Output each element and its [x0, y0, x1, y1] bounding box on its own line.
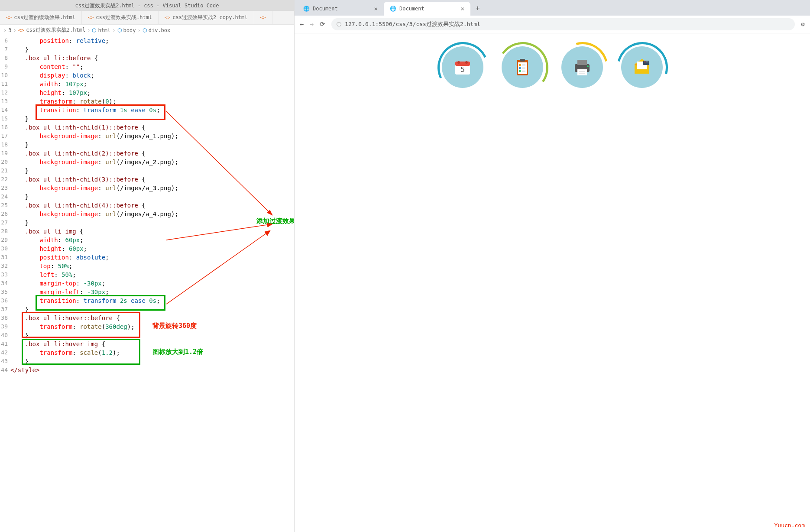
svg-point-8	[457, 61, 460, 64]
svg-rect-21	[577, 60, 587, 65]
breadcrumb-item[interactable]: html	[98, 27, 110, 33]
tag-icon: ⬡	[143, 27, 147, 33]
new-tab-button[interactable]: +	[470, 0, 485, 16]
annotation-arrow	[166, 230, 279, 308]
reload-button[interactable]: ⟳	[320, 20, 325, 28]
annotation-text: 背景旋转360度	[152, 321, 197, 330]
svg-point-30	[645, 62, 646, 63]
annotation-box-green	[36, 295, 165, 311]
browser-tab[interactable]: 🌐Document×	[384, 2, 470, 16]
svg-rect-13	[520, 59, 525, 62]
vscode-panel: 终端(T) 帮助(H) css过渡效果实战2.html - css - Visu…	[0, 0, 295, 532]
browser-panel: 🌐Document× 🌐Document× + ← → ⟳ ⓘ 127.0.0.…	[295, 0, 810, 532]
editor-tab[interactable]: <>css过渡效果实战.html	[82, 11, 159, 24]
breadcrumb-item[interactable]: body	[123, 27, 136, 33]
globe-icon: 🌐	[390, 6, 396, 12]
svg-rect-14	[519, 64, 521, 66]
tag-icon: ⬡	[92, 27, 96, 33]
watermark: Yuucn.com	[774, 522, 805, 529]
svg-text:5: 5	[460, 65, 465, 74]
url-text: 127.0.0.1:5500/css/3/css过渡效果实战2.html	[345, 20, 480, 28]
tag-icon: ⬡	[117, 27, 122, 33]
title-bar: css过渡效果实战2.html - css - Visual Studio Co…	[0, 2, 294, 11]
breadcrumb: ›3 ›<>css过渡效果实战2.html ›⬡html ›⬡body ›⬡di…	[0, 25, 294, 36]
browser-toolbar: ← → ⟳ ⓘ 127.0.0.1:5500/css/3/css过渡效果实战2.…	[295, 16, 810, 33]
annotation-box-green	[22, 339, 140, 365]
html-icon: <>	[260, 15, 266, 20]
browser-tabs: 🌐Document× 🌐Document× +	[295, 0, 810, 16]
svg-line-4	[166, 230, 270, 304]
svg-rect-7	[455, 62, 470, 66]
svg-marker-5	[265, 230, 270, 236]
globe-icon: 🌐	[303, 6, 310, 12]
svg-rect-31	[646, 62, 648, 62]
forward-button[interactable]: →	[310, 20, 314, 28]
annotation-text: 图标放大到1.2倍	[152, 347, 203, 356]
mail-circle[interactable]	[621, 46, 663, 88]
translate-icon[interactable]: ⚙	[801, 20, 805, 28]
editor-tab-more[interactable]: <>	[254, 11, 272, 24]
close-icon[interactable]: ×	[374, 5, 378, 12]
svg-rect-20	[575, 64, 590, 72]
svg-point-23	[587, 65, 589, 67]
printer-circle[interactable]	[561, 46, 603, 88]
editor-tab[interactable]: <>css过渡效果实战2 copy.html	[159, 11, 254, 24]
line-numbers: 6 7 8 9 10 11 12 13 14 15 16 17 18 19 20…	[0, 36, 10, 532]
info-icon: ⓘ	[337, 21, 341, 28]
icon-row: 5	[303, 46, 801, 88]
close-icon[interactable]: ×	[461, 5, 464, 12]
svg-rect-29	[643, 61, 649, 65]
editor-tab[interactable]: <>css过渡的缓动效果.html	[0, 11, 82, 24]
html-icon: <>	[88, 15, 94, 20]
svg-rect-11	[517, 60, 528, 75]
svg-rect-16	[519, 70, 521, 72]
browser-tab[interactable]: 🌐Document×	[297, 2, 384, 16]
svg-rect-28	[637, 62, 647, 69]
breadcrumb-item[interactable]: div.box	[149, 27, 171, 33]
svg-point-9	[465, 61, 468, 64]
url-bar[interactable]: ⓘ 127.0.0.1:5500/css/3/css过渡效果实战2.html	[331, 18, 795, 30]
svg-marker-27	[635, 64, 649, 69]
annotation-box-red	[22, 312, 140, 338]
back-button[interactable]: ←	[300, 20, 304, 28]
svg-marker-26	[635, 59, 649, 74]
html-icon: <>	[6, 15, 12, 20]
breadcrumb-item[interactable]: css过渡效果实战2.html	[26, 26, 85, 34]
code-area[interactable]: position: relative; } .box ul li::before…	[10, 36, 294, 532]
annotation-box-red	[36, 104, 165, 120]
code-editor[interactable]: 6 7 8 9 10 11 12 13 14 15 16 17 18 19 20…	[0, 36, 294, 532]
editor-tabs: <>css过渡的缓动效果.html <>css过渡效果实战.html <>css…	[0, 11, 294, 25]
breadcrumb-item[interactable]: 3	[8, 27, 11, 33]
svg-rect-12	[518, 62, 527, 74]
svg-rect-15	[519, 67, 521, 69]
svg-rect-6	[455, 62, 470, 75]
svg-line-0	[166, 111, 272, 215]
page-content: 5 Yuucn.com	[295, 33, 810, 532]
calendar-circle[interactable]: 5	[442, 46, 483, 88]
html-icon: <>	[165, 15, 170, 20]
clipboard-circle[interactable]	[502, 46, 543, 88]
svg-rect-22	[577, 69, 587, 75]
annotation-text: 添加过渡效果	[256, 217, 294, 225]
html-icon: <>	[18, 27, 24, 33]
